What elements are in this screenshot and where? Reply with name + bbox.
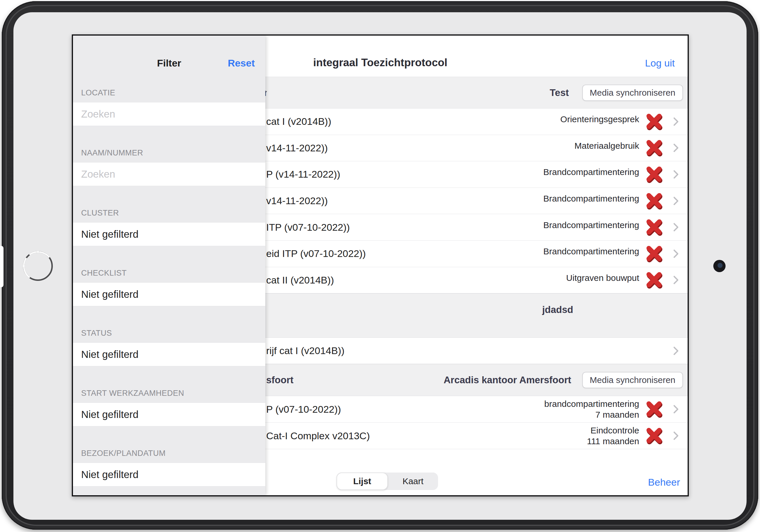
filter-search-row — [73, 162, 265, 186]
status-label-line: Brandcompartimentering — [544, 246, 640, 257]
chevron-right-icon — [673, 117, 679, 126]
chevron-right-icon — [673, 249, 679, 258]
chevron-right-icon — [673, 223, 679, 232]
row-status-label: Brandcompartimentering — [544, 220, 640, 230]
chevron-right-icon — [673, 196, 679, 206]
row-title: Cat-I Complex v2013C) — [266, 430, 370, 442]
beheer-button[interactable]: Beheer — [648, 476, 680, 488]
status-sublabel-line: 111 maanden — [587, 436, 639, 447]
media-sync-button[interactable]: Media synchroniseren — [582, 85, 683, 101]
row-title: v14-11-2022)) — [266, 142, 328, 154]
filter-section-label: CLUSTER — [81, 208, 119, 217]
status-label-line: brandcompartimentering — [544, 398, 639, 409]
app-window-content: integraal Toezichtprotocol Log uit nTest… — [73, 36, 688, 495]
row-status-label: brandcompartimentering7 maanden — [544, 398, 639, 420]
status-label-line: Materiaalgebruik — [574, 140, 639, 151]
filter-section-label: START WERKZAAMHEDEN — [81, 389, 184, 398]
status-failed-icon — [644, 139, 663, 157]
filter-section-label: CHECKLIST — [81, 269, 127, 277]
row-title: eid ITP (v07-10-2022)) — [266, 248, 366, 259]
status-label-line: Brandcompartimentering — [544, 220, 640, 230]
row-status-label: Eindcontrole111 maanden — [587, 425, 639, 447]
row-status-label: Brandcompartimentering — [544, 246, 640, 257]
filter-search-row — [73, 102, 265, 126]
row-status-label: Uitgraven bouwput — [566, 272, 639, 283]
media-sync-button[interactable]: Media synchroniseren — [582, 372, 683, 388]
camera-icon — [713, 260, 726, 272]
filter-value-row[interactable]: Niet gefilterd — [73, 403, 265, 426]
status-failed-icon — [644, 112, 663, 131]
filter-section-label: STATUS — [81, 329, 112, 337]
status-failed-icon — [644, 165, 663, 184]
filter-value: Niet gefilterd — [81, 288, 138, 300]
reset-button[interactable]: Reset — [228, 58, 255, 68]
chevron-right-icon — [673, 170, 679, 179]
row-title: ITP (v07-10-2022)) — [266, 222, 350, 233]
status-label-line: Brandcompartimentering — [544, 193, 640, 204]
filter-value: Niet gefilterd — [81, 228, 138, 240]
chevron-right-icon — [673, 346, 679, 356]
filter-section-label: BEZOEK/PLANDATUM — [81, 449, 166, 458]
status-failed-icon — [644, 426, 663, 445]
tab-kaart[interactable]: Kaart — [388, 472, 438, 490]
row-title: P (v14-11-2022)) — [266, 169, 340, 180]
status-failed-icon — [644, 244, 663, 263]
status-label-line: Brandcompartimentering — [544, 166, 640, 177]
row-status-label: Materiaalgebruik — [574, 140, 639, 151]
clipped-location-name: sfoort — [266, 375, 294, 385]
filter-value-row[interactable]: Niet gefilterd — [73, 342, 265, 366]
status-failed-icon — [644, 271, 663, 289]
chevron-right-icon — [673, 275, 679, 285]
chevron-right-icon — [673, 143, 679, 153]
logout-button[interactable]: Log uit — [645, 58, 675, 68]
section-title: Test — [550, 87, 569, 98]
filter-panel: Filter Reset LOCATIENAAM/NUMMERCLUSTERNi… — [73, 36, 265, 495]
filter-value-row[interactable]: Niet gefilterd — [73, 222, 265, 246]
status-label-line: Orienteringsgesprek — [560, 114, 639, 124]
status-failed-icon — [644, 192, 663, 210]
chevron-right-icon — [673, 431, 679, 440]
status-sublabel-line: 7 maanden — [544, 409, 639, 420]
filter-section-label: LOCATIE — [81, 88, 115, 97]
filter-section-label: NAAM/NUMMER — [81, 149, 143, 157]
row-title: cat I (v2014B)) — [266, 116, 331, 127]
side-button-notch — [0, 246, 4, 287]
row-title: v14-11-2022)) — [266, 195, 328, 206]
filter-search-input[interactable] — [81, 108, 257, 120]
home-button-icon — [23, 251, 53, 281]
filter-value-row[interactable]: Niet gefilterd — [73, 282, 265, 306]
tab-lijst[interactable]: Lijst — [337, 472, 388, 490]
status-label-line: Uitgraven bouwput — [566, 272, 639, 283]
status-label-line: Eindcontrole — [587, 425, 639, 436]
filter-value: Niet gefilterd — [81, 348, 138, 360]
chevron-right-icon — [673, 405, 679, 414]
row-status-label: Brandcompartimentering — [544, 166, 640, 177]
status-failed-icon — [644, 218, 663, 237]
filter-value-row[interactable]: Niet gefilterd — [73, 463, 265, 486]
view-segmented-control: Lijst Kaart — [337, 472, 438, 490]
filter-value: Niet gefilterd — [81, 409, 138, 420]
section-title: jdadsd — [542, 304, 573, 315]
filter-value: Niet gefilterd — [81, 469, 138, 480]
row-title: cat II (v2014B)) — [266, 275, 334, 286]
row-title: P (v07-10-2022)) — [266, 404, 341, 415]
filter-search-input[interactable] — [81, 168, 257, 180]
row-status-label: Orienteringsgesprek — [560, 114, 639, 124]
app-window: integraal Toezichtprotocol Log uit nTest… — [72, 34, 689, 496]
status-failed-icon — [644, 400, 663, 419]
row-title: rijf cat I (v2014B)) — [266, 345, 344, 356]
row-status-label: Brandcompartimentering — [544, 193, 640, 204]
section-title: Arcadis kantoor Amersfoort — [444, 375, 571, 385]
